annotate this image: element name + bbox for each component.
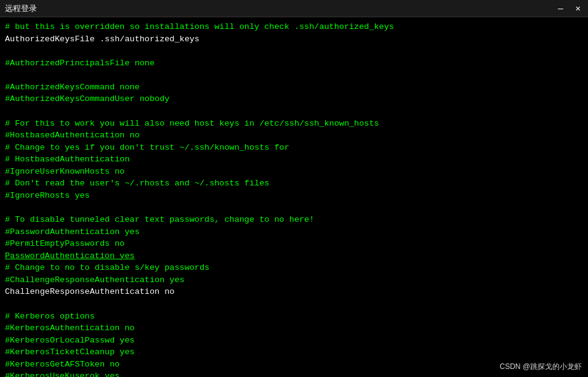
terminal-line: #PasswordAuthentication yes: [5, 227, 140, 237]
terminal-line: AuthorizedKeysFile .ssh/authorized_keys: [5, 34, 199, 44]
terminal-content: # but this is overridden so installation…: [0, 17, 588, 377]
terminal-line: PasswordAuthentication yes: [5, 251, 135, 261]
terminal-line: # but this is overridden so installation…: [5, 22, 394, 31]
terminal-line: # Don't read the user's ~/.rhosts and ~/…: [5, 179, 269, 188]
terminal-line: ChallengeResponseAuthentication no: [5, 287, 174, 296]
terminal-line: # Change to no to disable s/key password…: [5, 263, 209, 272]
title-bar: 远程登录 — ✕: [0, 0, 588, 17]
terminal-line: #ChallengeResponseAuthentication yes: [5, 275, 185, 285]
terminal-line: #IgnoreUserKnownHosts no: [5, 167, 124, 176]
terminal-line: # Change to yes if you don't trust ~/.ss…: [5, 143, 289, 152]
terminal-line: #IgnoreRhosts yes: [5, 191, 90, 200]
terminal-line: #KerberosGetAFSToken no: [5, 360, 119, 369]
terminal-line: # HostbasedAuthentication: [5, 155, 130, 164]
terminal-line: #AuthorizedKeysCommand none: [5, 83, 140, 92]
window-controls: — ✕: [555, 3, 583, 14]
terminal-output: # but this is overridden so installation…: [5, 21, 583, 377]
close-button[interactable]: ✕: [573, 3, 583, 14]
main-window: 远程登录 — ✕ # but this is overridden so ins…: [0, 0, 588, 377]
window-title: 远程登录: [5, 3, 37, 14]
terminal-line: #HostbasedAuthentication no: [5, 131, 140, 140]
terminal-line: # For this to work you will also need ho…: [5, 119, 379, 128]
terminal-line: #KerberosAuthentication no: [5, 323, 135, 333]
terminal-line: # To disable tunneled clear text passwor…: [5, 215, 314, 224]
terminal-line: #PermitEmptyPasswords no: [5, 239, 124, 248]
terminal-line: #AuthorizedKeysCommandUser nobody: [5, 94, 169, 103]
watermark: CSDN @跳探戈的小龙虾: [499, 362, 582, 372]
minimize-button[interactable]: —: [555, 3, 565, 14]
terminal-line: #KerberosOrLocalPasswd yes: [5, 336, 135, 345]
terminal-line: #KerberosTicketCleanup yes: [5, 347, 135, 357]
terminal-line: # Kerberos options: [5, 312, 95, 321]
terminal-line: #AuthorizedPrincipalsFile none: [5, 59, 155, 68]
terminal-line: #KerberosUseKuserok yes: [5, 371, 119, 377]
